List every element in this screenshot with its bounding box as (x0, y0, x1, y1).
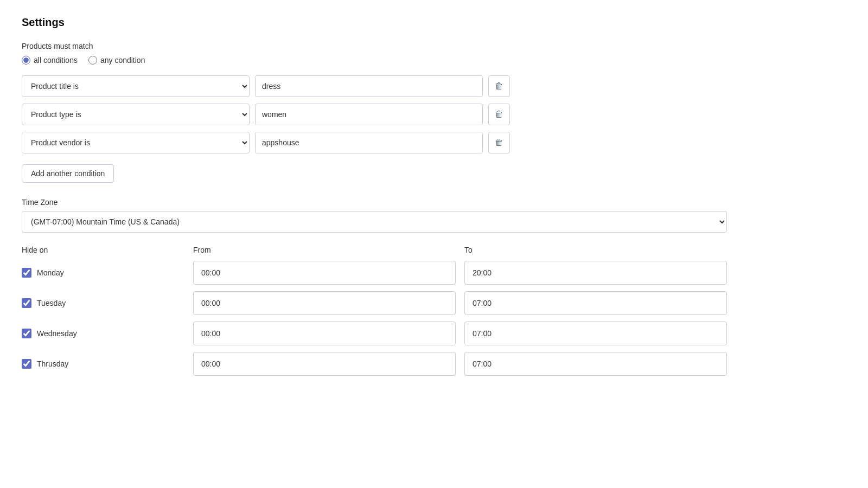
schedule-section: Hide on From To Monday Tuesday Wednesday… (22, 246, 727, 376)
condition-row-3: Product title is Product type is Product… (22, 132, 846, 153)
all-conditions-radio[interactable] (22, 56, 30, 65)
any-condition-radio[interactable] (88, 56, 97, 65)
delete-condition-2-button[interactable]: 🗑 (488, 104, 510, 125)
delete-condition-3-button[interactable]: 🗑 (488, 132, 510, 153)
match-condition-radio-group: all conditions any condition (22, 56, 846, 65)
schedule-row-thursday: Thrusday (22, 352, 727, 376)
thursday-label: Thrusday (37, 359, 68, 368)
page-title: Settings (22, 16, 846, 29)
add-condition-button[interactable]: Add another condition (22, 164, 114, 183)
condition-input-1[interactable] (255, 75, 483, 97)
schedule-header: Hide on From To (22, 246, 727, 254)
tuesday-label: Tuesday (37, 299, 66, 307)
tuesday-to-input[interactable] (464, 291, 727, 315)
thursday-checkbox[interactable] (22, 359, 31, 369)
wednesday-checkbox-container: Wednesday (22, 329, 184, 338)
any-condition-option[interactable]: any condition (88, 56, 145, 65)
wednesday-checkbox[interactable] (22, 329, 31, 338)
wednesday-to-input[interactable] (464, 322, 727, 345)
conditions-list: Product title is Product type is Product… (22, 75, 846, 153)
monday-checkbox[interactable] (22, 268, 31, 278)
condition-row-1: Product title is Product type is Product… (22, 75, 846, 97)
delete-condition-1-button[interactable]: 🗑 (488, 75, 510, 97)
schedule-row-tuesday: Tuesday (22, 291, 727, 315)
to-header: To (464, 246, 727, 254)
monday-to-input[interactable] (464, 261, 727, 285)
condition-row-2: Product title is Product type is Product… (22, 104, 846, 125)
thursday-to-input[interactable] (464, 352, 727, 376)
thursday-checkbox-container: Thrusday (22, 359, 184, 369)
from-header: From (193, 246, 456, 254)
condition-select-3[interactable]: Product title is Product type is Product… (22, 132, 250, 153)
monday-checkbox-container: Monday (22, 268, 184, 278)
products-must-match-label: Products must match (22, 42, 846, 50)
tuesday-checkbox[interactable] (22, 298, 31, 308)
all-conditions-option[interactable]: all conditions (22, 56, 78, 65)
timezone-section: Time Zone (GMT-12:00) International Date… (22, 198, 846, 233)
trash-icon-1: 🗑 (495, 81, 503, 91)
any-condition-label: any condition (100, 56, 145, 65)
hide-on-header: Hide on (22, 246, 184, 254)
tuesday-from-input[interactable] (193, 291, 456, 315)
condition-select-2[interactable]: Product title is Product type is Product… (22, 104, 250, 125)
timezone-label: Time Zone (22, 198, 846, 207)
monday-from-input[interactable] (193, 261, 456, 285)
schedule-row-monday: Monday (22, 261, 727, 285)
tuesday-checkbox-container: Tuesday (22, 298, 184, 308)
trash-icon-3: 🗑 (495, 138, 503, 147)
all-conditions-label: all conditions (34, 56, 78, 65)
timezone-select[interactable]: (GMT-12:00) International Date Line West… (22, 211, 727, 233)
schedule-row-wednesday: Wednesday (22, 322, 727, 345)
wednesday-label: Wednesday (37, 329, 77, 338)
monday-label: Monday (37, 268, 64, 277)
condition-select-1[interactable]: Product title is Product type is Product… (22, 75, 250, 97)
thursday-from-input[interactable] (193, 352, 456, 376)
condition-input-3[interactable] (255, 132, 483, 153)
trash-icon-2: 🗑 (495, 110, 503, 119)
wednesday-from-input[interactable] (193, 322, 456, 345)
condition-input-2[interactable] (255, 104, 483, 125)
